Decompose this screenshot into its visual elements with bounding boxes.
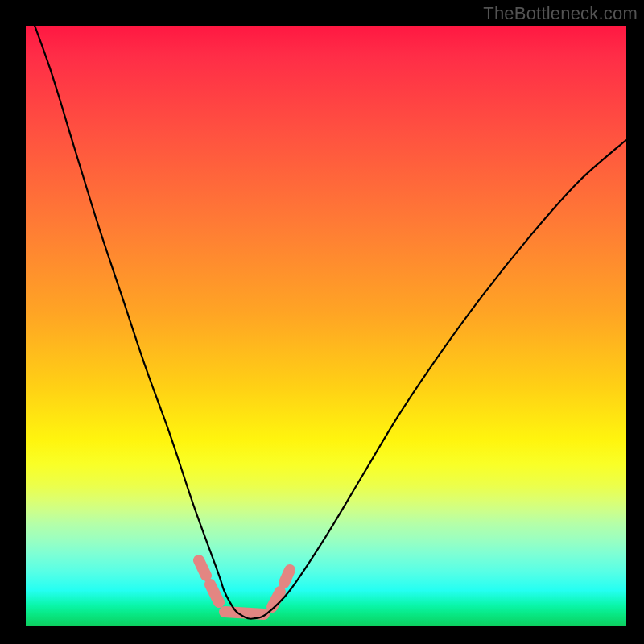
- highlight-seg-bottom: [225, 612, 264, 614]
- plot-area: [26, 26, 626, 626]
- highlight-seg-right-2: [284, 570, 290, 583]
- watermark-text: TheBottleneck.com: [483, 3, 638, 24]
- curve-svg: [26, 26, 626, 626]
- bottleneck-curve: [26, 2, 626, 619]
- highlight-seg-left-1: [199, 560, 206, 576]
- highlight-seg-left-2: [210, 584, 219, 602]
- chart-container: TheBottleneck.com: [0, 0, 644, 644]
